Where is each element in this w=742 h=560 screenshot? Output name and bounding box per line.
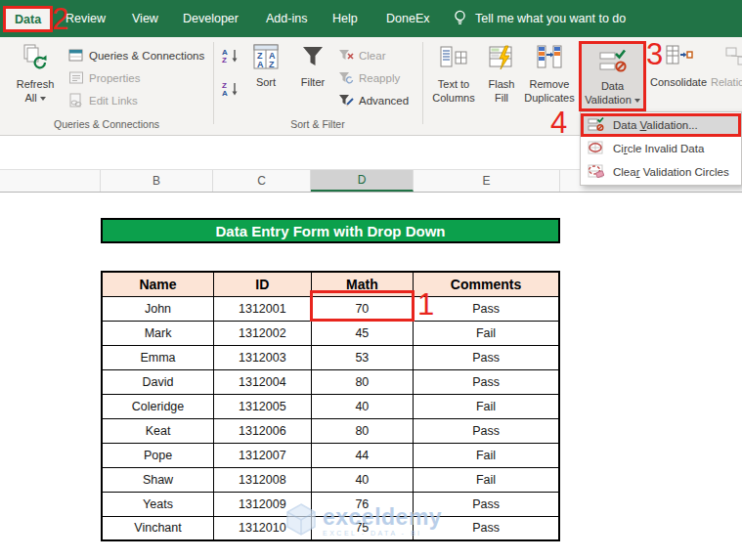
queries-connections-button[interactable]: Queries & Connections bbox=[68, 46, 204, 65]
refresh-all-label-2: All bbox=[24, 92, 45, 106]
table-cell[interactable]: Pass bbox=[414, 369, 559, 394]
column-header-a[interactable] bbox=[0, 170, 101, 192]
table-cell[interactable]: Shaw bbox=[102, 467, 214, 492]
circle-invalid-data-icon bbox=[588, 140, 604, 157]
table-cell[interactable]: 40 bbox=[311, 394, 413, 418]
svg-text:Z: Z bbox=[269, 60, 275, 69]
table-row: Vinchant131201075Pass bbox=[102, 516, 559, 540]
data-validation-button[interactable]: Data Validation bbox=[579, 41, 646, 111]
table-cell[interactable]: 1312008 bbox=[214, 467, 312, 492]
sort-button[interactable]: ZAAZ Sort bbox=[244, 43, 287, 115]
table-cell[interactable]: Pass bbox=[414, 418, 559, 443]
tab-data[interactable]: Data bbox=[3, 6, 53, 32]
data-validation-label-1: Data bbox=[601, 80, 624, 94]
table-cell[interactable]: 1312003 bbox=[214, 345, 312, 369]
table-cell[interactable]: David bbox=[102, 369, 214, 394]
table-row: David131200480Pass bbox=[102, 369, 559, 394]
table-cell[interactable]: 45 bbox=[311, 321, 413, 345]
table-cell[interactable]: Coleridge bbox=[102, 394, 214, 418]
column-header-b[interactable]: B bbox=[101, 170, 213, 192]
table-cell[interactable]: Mark bbox=[102, 321, 214, 345]
table-cell[interactable]: 80 bbox=[311, 418, 413, 443]
worksheet-title-cell[interactable]: Data Entry Form with Drop Down bbox=[101, 218, 560, 243]
table-cell[interactable]: Yeats bbox=[102, 492, 214, 516]
clear-filter-icon bbox=[338, 48, 354, 65]
menu-item-clear-validation-circles[interactable]: Clear Validation Circles bbox=[581, 160, 741, 184]
table-cell[interactable]: Vinchant bbox=[102, 516, 214, 540]
relationships-icon bbox=[724, 43, 742, 74]
table-cell[interactable]: 1312005 bbox=[214, 394, 312, 418]
data-validation-icon bbox=[588, 116, 604, 134]
table-cell[interactable]: 1312002 bbox=[214, 321, 312, 345]
sort-ascending-button[interactable]: AZ bbox=[221, 46, 240, 65]
table-cell[interactable]: John bbox=[102, 296, 214, 321]
text-to-columns-button[interactable]: Text to Columns bbox=[427, 43, 480, 115]
column-header-d[interactable]: D bbox=[311, 170, 414, 192]
advanced-filter-label: Advanced bbox=[359, 95, 409, 107]
data-validation-icon bbox=[598, 47, 628, 78]
table-cell[interactable]: 53 bbox=[311, 345, 413, 369]
menu-item-label: Data Validation... bbox=[613, 119, 698, 131]
table-cell[interactable]: Keat bbox=[102, 418, 214, 443]
flash-fill-button[interactable]: Flash Fill bbox=[482, 43, 521, 115]
table-cell[interactable]: 1312009 bbox=[214, 492, 312, 516]
svg-text:A: A bbox=[222, 89, 228, 97]
text-to-columns-icon bbox=[439, 43, 468, 76]
table-cell[interactable]: 80 bbox=[311, 369, 413, 394]
table-cell[interactable]: 1312004 bbox=[214, 369, 312, 394]
annotation-step-3: 3 bbox=[646, 39, 663, 69]
refresh-all-button[interactable]: Refresh All bbox=[10, 43, 61, 115]
table-cell[interactable]: 1312006 bbox=[214, 418, 312, 443]
menu-item-data-validation[interactable]: Data Validation... bbox=[581, 113, 741, 137]
column-header-comments[interactable]: Comments bbox=[414, 272, 559, 296]
table-cell[interactable]: Pass bbox=[414, 492, 559, 516]
table-row: Yeats131200976Pass bbox=[102, 492, 559, 516]
relationships-label: Relationships bbox=[711, 76, 742, 90]
tab-add-ins[interactable]: Add-ins bbox=[266, 0, 307, 37]
advanced-filter-button[interactable]: Advanced bbox=[338, 91, 409, 110]
queries-connections-icon bbox=[68, 48, 84, 65]
table-cell[interactable]: 1312010 bbox=[214, 516, 312, 540]
column-header-id[interactable]: ID bbox=[214, 272, 312, 296]
column-header-name[interactable]: Name bbox=[102, 272, 214, 296]
table-cell[interactable]: Pass bbox=[414, 516, 559, 540]
tab-doneex[interactable]: DoneEx bbox=[386, 0, 429, 37]
table-cell[interactable]: Fail bbox=[414, 443, 559, 467]
table-cell[interactable]: Fail bbox=[414, 394, 559, 418]
tab-help[interactable]: Help bbox=[332, 0, 358, 37]
lightbulb-icon bbox=[453, 9, 467, 29]
text-to-columns-label-2: Columns bbox=[432, 92, 474, 106]
table-row: Coleridge131200540Fail bbox=[102, 394, 559, 418]
column-header-c[interactable]: C bbox=[213, 170, 311, 192]
menu-item-circle-invalid-data[interactable]: Circle Invalid Data bbox=[581, 137, 741, 160]
table-cell[interactable]: 1312007 bbox=[214, 443, 312, 467]
flash-fill-label-1: Flash bbox=[489, 78, 515, 92]
reapply-label: Reapply bbox=[359, 72, 400, 84]
chevron-down-icon bbox=[634, 99, 640, 103]
refresh-icon bbox=[21, 43, 50, 76]
table-cell[interactable]: 1312001 bbox=[214, 296, 312, 321]
table-row: Emma131200353Pass bbox=[102, 345, 559, 369]
tell-me-box[interactable]: Tell me what you want to do bbox=[453, 0, 626, 37]
edit-links-button: Edit Links bbox=[68, 91, 138, 110]
sort-descending-button[interactable]: ZA bbox=[221, 79, 240, 99]
tab-view[interactable]: View bbox=[132, 0, 158, 37]
clear-validation-circles-icon bbox=[588, 163, 604, 181]
table-cell[interactable]: 40 bbox=[311, 467, 413, 492]
tab-developer[interactable]: Developer bbox=[183, 0, 239, 37]
tab-review[interactable]: Review bbox=[65, 0, 106, 37]
table-cell[interactable]: Pass bbox=[414, 296, 559, 321]
table-cell[interactable]: Fail bbox=[414, 467, 559, 492]
table-cell[interactable]: 44 bbox=[311, 443, 413, 467]
remove-duplicates-button[interactable]: Remove Duplicates bbox=[521, 43, 578, 115]
group-label-sort-filter: Sort & Filter bbox=[213, 118, 422, 130]
column-header-e[interactable]: E bbox=[414, 170, 560, 192]
table-cell[interactable]: Emma bbox=[102, 345, 214, 369]
table-cell[interactable]: Fail bbox=[414, 321, 559, 345]
table-cell[interactable]: Pope bbox=[102, 443, 214, 467]
table-cell[interactable]: Pass bbox=[414, 345, 559, 369]
filter-button[interactable]: Filter bbox=[291, 43, 334, 115]
table-cell[interactable]: 76 bbox=[311, 492, 413, 516]
advanced-filter-icon bbox=[338, 93, 354, 109]
table-cell[interactable]: 75 bbox=[311, 516, 413, 540]
